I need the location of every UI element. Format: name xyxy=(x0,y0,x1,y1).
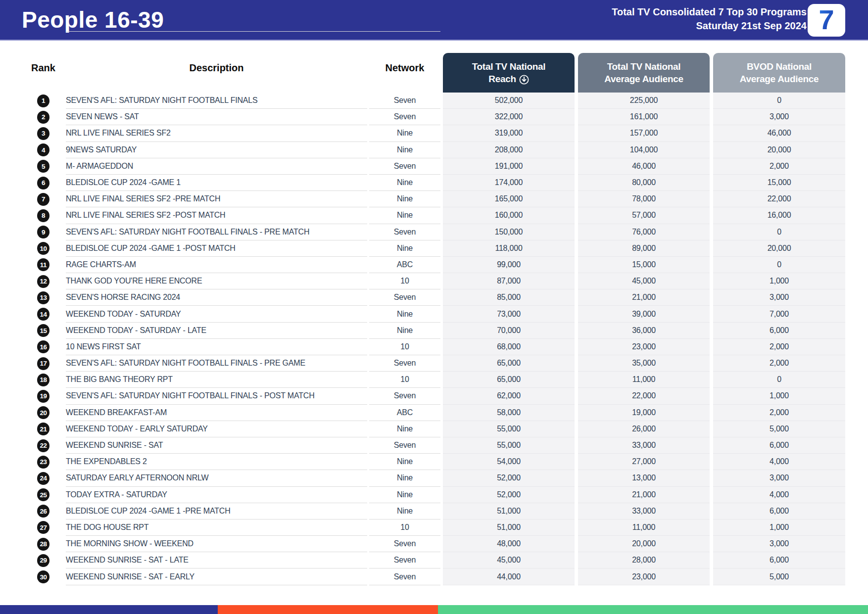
table-row: 30 WEEKEND SUNRISE - SAT - EARLY Seven 4… xyxy=(0,568,868,585)
average-audience-cell: 80,000 xyxy=(578,175,710,191)
description-cell: THE DOG HOUSE RPT xyxy=(66,520,367,536)
reach-cell: 54,000 xyxy=(443,454,575,470)
table-row: 11 RAGE CHARTS-AM ABC 99,000 15,000 0 xyxy=(0,257,868,273)
average-audience-cell: 21,000 xyxy=(578,487,710,503)
table-row: 2 SEVEN NEWS - SAT Seven 322,000 161,000… xyxy=(0,109,868,125)
rank-cell: 21 xyxy=(30,421,57,437)
average-audience-cell: 36,000 xyxy=(578,323,710,339)
average-audience-cell: 57,000 xyxy=(578,207,710,224)
rank-cell: 23 xyxy=(30,454,57,470)
rank-cell: 5 xyxy=(30,158,57,175)
bvod-audience-cell: 2,000 xyxy=(713,158,845,175)
description-cell: WEEKEND SUNRISE - SAT xyxy=(66,437,367,454)
average-audience-cell: 161,000 xyxy=(578,109,710,125)
reach-cell: 85,000 xyxy=(443,289,575,306)
rank-badge: 23 xyxy=(37,456,49,469)
rank-badge: 20 xyxy=(37,406,49,419)
average-audience-cell: 225,000 xyxy=(578,93,710,109)
bvod-audience-cell: 0 xyxy=(713,257,845,273)
reach-cell: 99,000 xyxy=(443,257,575,273)
bvod-audience-cell: 16,000 xyxy=(713,207,845,224)
rank-cell: 26 xyxy=(30,503,57,520)
table-row: 19 SEVEN'S AFL: SATURDAY NIGHT FOOTBALL … xyxy=(0,388,868,404)
description-cell: SEVEN'S AFL: SATURDAY NIGHT FOOTBALL FIN… xyxy=(66,388,367,404)
network-cell: Seven xyxy=(369,536,440,552)
rank-badge: 7 xyxy=(37,193,49,206)
column-header-bvod-national-average-audience[interactable]: BVOD National Average Audience xyxy=(713,53,845,93)
table-row: 3 NRL LIVE FINAL SERIES SF2 Nine 319,000… xyxy=(0,125,868,142)
table-row: 25 TODAY EXTRA - SATURDAY Nine 52,000 21… xyxy=(0,487,868,503)
average-audience-cell: 45,000 xyxy=(578,273,710,289)
network-cell: Seven xyxy=(369,568,440,585)
description-cell: SEVEN'S HORSE RACING 2024 xyxy=(66,289,367,306)
table-row: 1 SEVEN'S AFL: SATURDAY NIGHT FOOTBALL F… xyxy=(0,93,868,109)
footer-stripe xyxy=(0,605,868,614)
average-audience-cell: 11,000 xyxy=(578,520,710,536)
network-cell: ABC xyxy=(369,405,440,421)
description-cell: RAGE CHARTS-AM xyxy=(66,257,367,273)
rank-cell: 6 xyxy=(30,175,57,191)
average-audience-cell: 13,000 xyxy=(578,470,710,486)
bvod-audience-cell: 4,000 xyxy=(713,454,845,470)
rank-cell: 2 xyxy=(30,109,57,125)
description-cell: SEVEN'S AFL: SATURDAY NIGHT FOOTBALL FIN… xyxy=(66,93,367,109)
bvod-audience-cell: 20,000 xyxy=(713,142,845,158)
description-cell: BLEDISLOE CUP 2024 -GAME 1 xyxy=(66,175,367,191)
description-cell: WEEKEND TODAY - SATURDAY xyxy=(66,306,367,322)
column-header-total-tv-national-average-audience[interactable]: Total TV National Average Audience xyxy=(578,53,710,93)
network-cell: 10 xyxy=(369,339,440,355)
reach-cell: 208,000 xyxy=(443,142,575,158)
average-audience-cell: 76,000 xyxy=(578,224,710,240)
description-cell: 9NEWS SATURDAY xyxy=(66,142,367,158)
reach-cell: 45,000 xyxy=(443,552,575,568)
rank-cell: 11 xyxy=(30,257,57,273)
table-row: 28 THE MORNING SHOW - WEEKEND Seven 48,0… xyxy=(0,536,868,552)
bvod-audience-cell: 46,000 xyxy=(713,125,845,142)
rank-cell: 10 xyxy=(30,240,57,257)
reach-cell: 52,000 xyxy=(443,487,575,503)
average-audience-cell: 78,000 xyxy=(578,191,710,207)
footer-stripe-orange xyxy=(218,605,438,614)
table-row: 6 BLEDISLOE CUP 2024 -GAME 1 Nine 174,00… xyxy=(0,175,868,191)
description-cell: WEEKEND TODAY - EARLY SATURDAY xyxy=(66,421,367,437)
description-cell: THE MORNING SHOW - WEEKEND xyxy=(66,536,367,552)
report-subtitle-line1: Total TV Consolidated 7 Top 30 Programs xyxy=(612,5,807,19)
bvod-audience-cell: 7,000 xyxy=(713,306,845,322)
network-cell: Nine xyxy=(369,421,440,437)
table-row: 12 THANK GOD YOU'RE HERE ENCORE 10 87,00… xyxy=(0,273,868,289)
reach-cell: 322,000 xyxy=(443,109,575,125)
average-audience-cell: 15,000 xyxy=(578,257,710,273)
report-page: People 16-39 Total TV Consolidated 7 Top… xyxy=(0,0,868,614)
network-cell: Seven xyxy=(369,552,440,568)
average-audience-cell: 157,000 xyxy=(578,125,710,142)
table-row: 7 NRL LIVE FINAL SERIES SF2 -PRE MATCH N… xyxy=(0,191,868,207)
rank-cell: 17 xyxy=(30,355,57,372)
average-audience-cell: 28,000 xyxy=(578,552,710,568)
network-cell: Seven xyxy=(369,388,440,404)
page-title: People 16-39 xyxy=(22,6,164,33)
average-audience-cell: 23,000 xyxy=(578,339,710,355)
bvod-audience-cell: 3,000 xyxy=(713,536,845,552)
rank-badge: 25 xyxy=(37,488,49,501)
network-cell: Seven xyxy=(369,355,440,372)
reach-cell: 165,000 xyxy=(443,191,575,207)
average-audience-cell: 35,000 xyxy=(578,355,710,372)
rank-badge: 9 xyxy=(37,226,49,238)
network-cell: Seven xyxy=(369,437,440,454)
column-header-total-tv-national-reach[interactable]: Total TV National Reach xyxy=(443,53,575,93)
rank-badge: 30 xyxy=(37,570,49,583)
network-cell: ABC xyxy=(369,257,440,273)
network-cell: Seven xyxy=(369,224,440,240)
network-cell: Seven xyxy=(369,289,440,306)
table-row: 13 SEVEN'S HORSE RACING 2024 Seven 85,00… xyxy=(0,289,868,306)
description-cell: NRL LIVE FINAL SERIES SF2 -POST MATCH xyxy=(66,207,367,224)
table-body: 1 SEVEN'S AFL: SATURDAY NIGHT FOOTBALL F… xyxy=(0,93,868,585)
reach-cell: 44,000 xyxy=(443,568,575,585)
average-audience-cell: 20,000 xyxy=(578,536,710,552)
description-cell: WEEKEND SUNRISE - SAT - EARLY xyxy=(66,568,367,585)
bvod-audience-cell: 2,000 xyxy=(713,355,845,372)
column-header-rank: Rank xyxy=(30,53,57,93)
reach-cell: 502,000 xyxy=(443,93,575,109)
rank-cell: 18 xyxy=(30,372,57,388)
description-cell: THE BIG BANG THEORY RPT xyxy=(66,372,367,388)
